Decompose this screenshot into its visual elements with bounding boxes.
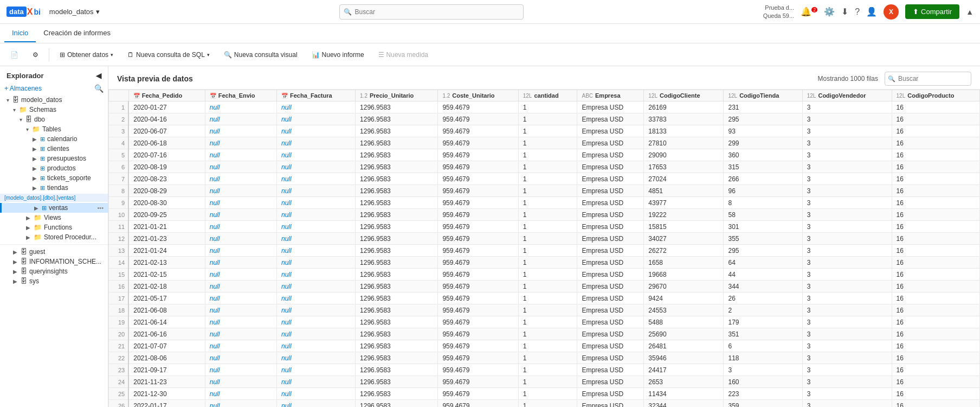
add-stores-button[interactable]: + Almacenes bbox=[4, 85, 42, 92]
table-cell[interactable]: Empresa USD bbox=[577, 161, 644, 173]
data-search-input[interactable] bbox=[885, 72, 971, 86]
table-cell[interactable]: Empresa USD bbox=[577, 149, 644, 161]
table-cell[interactable]: 9424 bbox=[644, 292, 724, 304]
table-cell[interactable]: 1296.9583 bbox=[356, 269, 438, 281]
table-cell[interactable]: null bbox=[205, 137, 276, 149]
table-cell[interactable]: 1 bbox=[518, 161, 577, 173]
table-cell[interactable]: null bbox=[205, 328, 276, 340]
table-cell[interactable]: null bbox=[276, 185, 355, 197]
table-cell[interactable]: null bbox=[205, 245, 276, 257]
table-cell[interactable]: Empresa USD bbox=[577, 209, 644, 221]
table-cell[interactable]: 3 bbox=[802, 281, 892, 292]
table-cell[interactable]: null bbox=[205, 364, 276, 376]
table-cell[interactable]: 1296.9583 bbox=[356, 376, 438, 388]
table-cell[interactable]: 2020-08-30 bbox=[128, 197, 205, 209]
collapse-icon[interactable]: ▲ bbox=[966, 8, 973, 16]
table-cell[interactable]: 959.4679 bbox=[438, 245, 518, 257]
table-cell[interactable]: Empresa USD bbox=[577, 185, 644, 197]
table-cell[interactable]: 2021-07-07 bbox=[128, 340, 205, 352]
table-cell[interactable]: 959.4679 bbox=[438, 125, 518, 137]
table-cell[interactable]: null bbox=[276, 400, 355, 408]
table-cell[interactable]: 231 bbox=[724, 101, 802, 113]
table-cell[interactable]: null bbox=[276, 352, 355, 364]
table-cell[interactable]: 11434 bbox=[644, 388, 724, 400]
share-button[interactable]: ⬆ Compartir bbox=[905, 4, 959, 19]
table-cell[interactable]: Empresa USD bbox=[577, 352, 644, 364]
ventas-more-icon[interactable]: ••• bbox=[97, 205, 104, 211]
table-cell[interactable]: null bbox=[276, 376, 355, 388]
table-cell[interactable]: 1 bbox=[518, 233, 577, 245]
table-cell[interactable]: 16 bbox=[892, 304, 979, 316]
table-cell[interactable]: 359 bbox=[724, 400, 802, 408]
table-cell[interactable]: 301 bbox=[724, 221, 802, 233]
table-cell[interactable]: 1296.9583 bbox=[356, 340, 438, 352]
table-cell[interactable]: 2021-01-23 bbox=[128, 233, 205, 245]
new-report-button[interactable]: 📊 Nuevo informe bbox=[306, 48, 370, 62]
table-cell[interactable]: 16 bbox=[892, 352, 979, 364]
table-cell[interactable]: 360 bbox=[724, 149, 802, 161]
sidebar-item-guest[interactable]: ▶ 🗄 guest bbox=[0, 247, 108, 257]
table-cell[interactable]: null bbox=[276, 292, 355, 304]
table-cell[interactable]: 959.4679 bbox=[438, 281, 518, 292]
table-cell[interactable]: null bbox=[205, 113, 276, 125]
table-cell[interactable]: 160 bbox=[724, 376, 802, 388]
table-cell[interactable]: 1296.9583 bbox=[356, 101, 438, 113]
table-cell[interactable]: null bbox=[205, 388, 276, 400]
table-cell[interactable]: null bbox=[276, 364, 355, 376]
table-cell[interactable]: 1 bbox=[518, 209, 577, 221]
table-cell[interactable]: 58 bbox=[724, 209, 802, 221]
table-cell[interactable]: 24417 bbox=[644, 364, 724, 376]
table-cell[interactable]: null bbox=[205, 221, 276, 233]
top-search-input[interactable] bbox=[339, 4, 524, 20]
table-cell[interactable]: 1296.9583 bbox=[356, 281, 438, 292]
table-cell[interactable]: null bbox=[276, 149, 355, 161]
table-cell[interactable]: 6 bbox=[724, 340, 802, 352]
table-cell[interactable]: 1296.9583 bbox=[356, 173, 438, 185]
table-cell[interactable]: 1 bbox=[518, 221, 577, 233]
table-cell[interactable]: 16 bbox=[892, 173, 979, 185]
table-cell[interactable]: 2653 bbox=[644, 376, 724, 388]
table-cell[interactable]: null bbox=[276, 340, 355, 352]
sidebar-item-presupuestos[interactable]: ▶ ⊞ presupuestos bbox=[0, 154, 108, 163]
new-visual-query-button[interactable]: 🔍 Nueva consulta visual bbox=[218, 48, 304, 62]
table-cell[interactable]: 17653 bbox=[644, 161, 724, 173]
sidebar-item-tables[interactable]: ▾ 📁 Tables bbox=[0, 124, 108, 134]
table-cell[interactable]: 3 bbox=[724, 364, 802, 376]
table-cell[interactable]: 1 bbox=[518, 304, 577, 316]
table-cell[interactable]: 959.4679 bbox=[438, 400, 518, 408]
table-cell[interactable]: 959.4679 bbox=[438, 364, 518, 376]
table-cell[interactable]: 16 bbox=[892, 257, 979, 269]
table-cell[interactable]: 1 bbox=[518, 376, 577, 388]
table-cell[interactable]: 1296.9583 bbox=[356, 352, 438, 364]
get-data-button[interactable]: ⊞ Obtener datos ▾ bbox=[54, 48, 119, 62]
table-cell[interactable]: 1 bbox=[518, 113, 577, 125]
sidebar-item-clientes[interactable]: ▶ ⊞ clientes bbox=[0, 144, 108, 154]
table-cell[interactable]: 3 bbox=[802, 161, 892, 173]
table-cell[interactable]: 1296.9583 bbox=[356, 233, 438, 245]
table-cell[interactable]: 96 bbox=[724, 185, 802, 197]
sidebar-item-tiendas[interactable]: ▶ ⊞ tiendas bbox=[0, 183, 108, 193]
table-cell[interactable]: Empresa USD bbox=[577, 245, 644, 257]
sidebar-item-tickets-soporte[interactable]: ▶ ⊞ tickets_soporte bbox=[0, 173, 108, 183]
table-cell[interactable]: null bbox=[205, 269, 276, 281]
table-cell[interactable]: 959.4679 bbox=[438, 173, 518, 185]
table-cell[interactable]: 16 bbox=[892, 376, 979, 388]
table-cell[interactable]: 16 bbox=[892, 125, 979, 137]
table-cell[interactable]: 26 bbox=[724, 292, 802, 304]
table-cell[interactable]: 64 bbox=[724, 257, 802, 269]
table-cell[interactable]: null bbox=[276, 125, 355, 137]
table-cell[interactable]: null bbox=[205, 281, 276, 292]
table-cell[interactable]: 5488 bbox=[644, 316, 724, 328]
table-cell[interactable]: 4851 bbox=[644, 185, 724, 197]
table-cell[interactable]: 18133 bbox=[644, 125, 724, 137]
sidebar-search-icon[interactable]: 🔍 bbox=[94, 84, 104, 93]
table-cell[interactable]: 93 bbox=[724, 125, 802, 137]
table-cell[interactable]: 3 bbox=[802, 364, 892, 376]
table-cell[interactable]: 344 bbox=[724, 281, 802, 292]
table-cell[interactable]: 3 bbox=[802, 352, 892, 364]
table-cell[interactable]: 29090 bbox=[644, 149, 724, 161]
table-cell[interactable]: 1296.9583 bbox=[356, 161, 438, 173]
table-cell[interactable]: 16 bbox=[892, 292, 979, 304]
table-cell[interactable]: null bbox=[205, 340, 276, 352]
table-cell[interactable]: null bbox=[205, 316, 276, 328]
